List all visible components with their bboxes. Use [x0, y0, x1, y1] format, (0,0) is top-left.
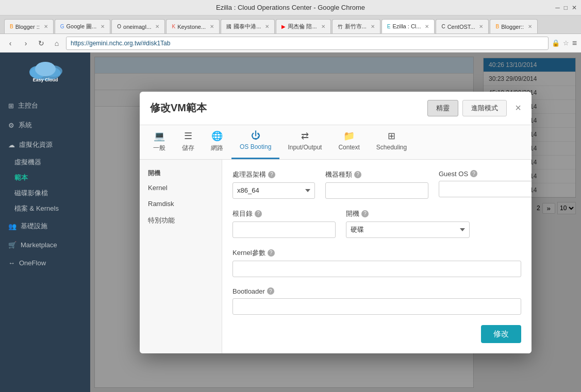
sidebar-item-template[interactable]: 範本	[0, 170, 90, 185]
machine-type-label: 機器種類 ?	[325, 170, 428, 179]
tab-input-output[interactable]: ⇄ Input/Output	[279, 125, 330, 159]
sidebar-item-system[interactable]: ⚙ 系統	[0, 115, 90, 135]
home-button[interactable]: ⌂	[51, 37, 63, 49]
bootloader-group: Bootloader ?	[233, 287, 521, 315]
sidebar-item-label: 主控台	[18, 101, 38, 110]
browser-toolbar: ‹ › ↻ ⌂ 🔒 ☆ ≡	[0, 34, 581, 53]
modal-close-button[interactable]: ×	[515, 102, 521, 114]
tab-close-8[interactable]: ✕	[479, 24, 483, 29]
sidebar-template-label: 範本	[14, 174, 28, 181]
processor-group: 處理器架構 ? x86_64 i686	[233, 170, 315, 199]
browser-window-controls: ─□✕	[555, 4, 577, 11]
browser-tab-4[interactable]: 國 國泰中港... ✕	[221, 19, 275, 33]
tab-close-1[interactable]: ✕	[101, 24, 105, 29]
kernel-params-help-icon[interactable]: ?	[268, 249, 275, 257]
browser-tab-9[interactable]: B Blogger:: ✕	[490, 19, 538, 33]
tab-strip: 💻 一般 ☰ 儲存 🌐 網路 ⏻ OS Booting	[140, 125, 532, 160]
sidebar-navigation: ⊞ 主控台 ⚙ 系統 ☁ 虛擬化資源 虛擬機器 範本 磁碟影像檔 檔案 & Ke…	[0, 96, 90, 272]
guest-os-group: Guest OS ?	[439, 170, 532, 197]
app-container: Easy Cloud ⊞ 主控台 ⚙ 系統 ☁ 虛擬化資源 虛擬機器 範本	[0, 53, 581, 392]
bookmark-icon[interactable]: ☆	[563, 39, 569, 47]
system-icon: ⚙	[8, 122, 14, 129]
scheduling-tab-label: Scheduling	[376, 144, 407, 151]
browser-tab-5[interactable]: ▶ 周杰倫 陪... ✕	[276, 19, 330, 33]
machine-type-group: 機器種類 ?	[325, 170, 428, 199]
oneflow-icon: ↔	[8, 259, 15, 267]
refresh-button[interactable]: ↻	[35, 37, 47, 49]
tab-close-0[interactable]: ✕	[44, 24, 48, 29]
io-tab-label: Input/Output	[288, 144, 322, 151]
sidebar-vm-label: 虛擬機器	[14, 158, 41, 166]
tab-close-9[interactable]: ✕	[528, 24, 532, 29]
storage-tab-icon: ☰	[184, 130, 192, 142]
browser-tab-7[interactable]: E Ezilla : Cl... ✕	[381, 19, 435, 33]
tab-close-4[interactable]: ✕	[265, 24, 269, 29]
sidebar-item-oneflow[interactable]: ↔ OneFlow	[0, 254, 90, 272]
browser-tab-0[interactable]: B Blogger :: ✕	[4, 19, 54, 33]
tab-close-3[interactable]: ✕	[210, 24, 214, 29]
boot-label: 開機 ?	[346, 209, 470, 218]
tab-context[interactable]: 📁 Context	[330, 125, 368, 159]
modal-nav-ramdisk[interactable]: Ramdisk	[140, 196, 222, 212]
machine-type-help-icon[interactable]: ?	[354, 171, 361, 178]
cloud-icon: ☁	[8, 141, 15, 149]
tab-storage[interactable]: ☰ 儲存	[174, 125, 203, 159]
browser-tab-8[interactable]: C CentOST... ✕	[436, 19, 489, 33]
tab-close-6[interactable]: ✕	[371, 24, 375, 29]
bootloader-help-icon[interactable]: ?	[267, 287, 274, 295]
svg-text:Easy Cloud: Easy Cloud	[32, 77, 58, 82]
sidebar-item-dashboard[interactable]: ⊞ 主控台	[0, 96, 90, 115]
sidebar-item-virt[interactable]: ☁ 虛擬化資源	[0, 135, 90, 155]
kernel-params-input[interactable]	[233, 261, 521, 277]
modal-header: 修改VM範本 精靈 進階模式 ×	[140, 92, 532, 125]
sidebar-marketplace-label: Marketplace	[21, 241, 57, 249]
browser-tab-1[interactable]: G Google 圖... ✕	[55, 19, 110, 33]
submit-button[interactable]: 修改	[481, 325, 521, 343]
boot-select[interactable]: 硬碟 網路 CDROM 軟碟	[346, 221, 470, 238]
tab-scheduling[interactable]: ⊞ Scheduling	[368, 125, 415, 159]
tab-close-7[interactable]: ✕	[425, 24, 429, 29]
modal-left-nav: 開機 Kernel Ramdisk 特別功能	[140, 160, 222, 353]
processor-help-icon[interactable]: ?	[268, 171, 275, 178]
modal-nav-special[interactable]: 特別功能	[140, 212, 222, 229]
sidebar-item-files-kernels[interactable]: 檔案 & Kernels	[0, 201, 90, 216]
browser-tab-2[interactable]: O oneimagI... ✕	[111, 19, 165, 33]
wizard-mode-button[interactable]: 精靈	[427, 100, 458, 116]
tab-general[interactable]: 💻 一般	[145, 125, 174, 159]
tab-network[interactable]: 🌐 網路	[203, 125, 231, 159]
sidebar-disk-label: 磁碟影像檔	[14, 189, 48, 197]
processor-label: 處理器架構 ?	[233, 170, 315, 179]
forward-button[interactable]: ›	[20, 37, 32, 49]
boot-help-icon[interactable]: ?	[361, 210, 369, 217]
bootloader-input[interactable]	[233, 298, 521, 315]
sidebar-files-label: 檔案 & Kernels	[14, 204, 59, 212]
sidebar-item-infra[interactable]: 👥 基礎設施	[0, 216, 90, 236]
sidebar-logo: Easy Cloud	[25, 58, 66, 86]
dashboard-icon: ⊞	[8, 102, 14, 110]
sidebar-item-marketplace[interactable]: 🛒 Marketplace	[0, 236, 90, 254]
browser-tab-6[interactable]: 竹 新竹市... ✕	[332, 19, 380, 33]
storage-tab-label: 儲存	[182, 144, 194, 152]
sidebar-infra-label: 基礎設施	[21, 221, 47, 231]
sidebar-item-vm[interactable]: 虛擬機器	[0, 155, 90, 170]
modal-nav-kernel[interactable]: Kernel	[140, 180, 222, 196]
sidebar-item-label: 系統	[19, 121, 32, 130]
tab-os-booting[interactable]: ⏻ OS Booting	[231, 125, 279, 159]
processor-select[interactable]: x86_64 i686	[233, 182, 315, 199]
tab-close-2[interactable]: ✕	[155, 24, 159, 29]
menu-icon[interactable]: ≡	[572, 39, 577, 48]
modal-title: 修改VM範本	[150, 101, 207, 115]
root-dir-input[interactable]	[233, 221, 336, 238]
tab-close-5[interactable]: ✕	[321, 24, 325, 29]
advanced-mode-button[interactable]: 進階模式	[462, 100, 507, 116]
root-dir-help-icon[interactable]: ?	[255, 210, 262, 217]
sidebar-item-disk-images[interactable]: 磁碟影像檔	[0, 185, 90, 201]
back-button[interactable]: ‹	[4, 37, 16, 49]
root-dir-group: 根目錄 ?	[233, 209, 336, 238]
browser-tab-3[interactable]: K Keystone... ✕	[166, 19, 220, 33]
machine-type-input[interactable]	[325, 182, 428, 199]
address-bar[interactable]	[66, 37, 549, 50]
general-tab-icon: 💻	[154, 130, 165, 142]
guest-os-help-icon[interactable]: ?	[470, 170, 477, 177]
guest-os-select[interactable]	[439, 181, 532, 197]
